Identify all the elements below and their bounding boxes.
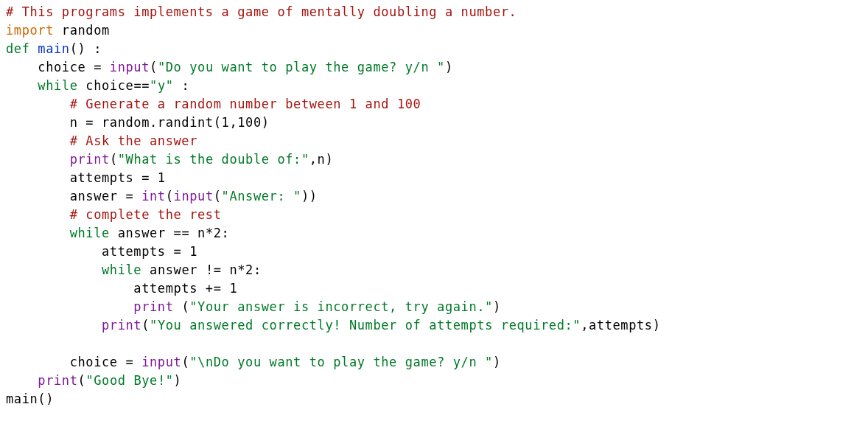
plain-text: attempts += 1 bbox=[6, 281, 237, 296]
keyword-import: import bbox=[6, 23, 54, 38]
string-literal: "\nDo you want to play the game? y/n " bbox=[189, 355, 493, 369]
keyword-while: while bbox=[70, 226, 110, 240]
module-name: random bbox=[54, 23, 110, 38]
plain-text: answer == n*2: bbox=[110, 226, 230, 240]
builtin-input: input bbox=[110, 60, 150, 74]
plain-text: ) bbox=[445, 60, 453, 74]
plain-text: n = random.randint( bbox=[6, 115, 222, 130]
plain-text bbox=[6, 152, 70, 167]
plain-text: ( bbox=[166, 189, 174, 203]
plain-text: ( bbox=[150, 60, 158, 74]
plain-text: ( bbox=[174, 299, 190, 314]
plain-text: attempts = 1 bbox=[6, 170, 166, 185]
plain-text: answer = bbox=[6, 189, 141, 203]
plain-text: attempts = 1 bbox=[6, 244, 197, 259]
comment-line: # This programs implements a game of men… bbox=[6, 4, 517, 19]
builtin-print: print bbox=[133, 299, 173, 314]
comment-line: # Generate a random number between 1 and… bbox=[6, 97, 421, 111]
plain-text: ( bbox=[78, 373, 86, 388]
plain-text: choice== bbox=[78, 78, 150, 93]
plain-text: ( bbox=[181, 355, 189, 369]
plain-text: ( bbox=[214, 189, 222, 203]
plain-text: ( bbox=[141, 318, 150, 333]
plain-text: : bbox=[174, 78, 190, 93]
comment-line: # complete the rest bbox=[6, 207, 222, 222]
plain-text: 1,100 bbox=[222, 115, 262, 130]
builtin-input: input bbox=[141, 355, 181, 369]
function-name: main bbox=[30, 41, 70, 56]
plain-text bbox=[6, 262, 102, 277]
plain-text: )) bbox=[301, 189, 318, 203]
string-literal: "Good Bye!" bbox=[85, 373, 173, 388]
plain-text: choice = bbox=[6, 355, 141, 369]
plain-text: ( bbox=[110, 152, 118, 167]
plain-text bbox=[6, 78, 38, 93]
string-literal: "Do you want to play the game? y/n " bbox=[158, 60, 445, 74]
builtin-print: print bbox=[70, 152, 110, 167]
string-literal: "Your answer is incorrect, try again." bbox=[189, 299, 493, 314]
builtin-input: input bbox=[174, 189, 214, 203]
plain-text: main() bbox=[6, 392, 54, 406]
builtin-print: print bbox=[102, 318, 141, 333]
plain-text: () : bbox=[70, 41, 102, 56]
plain-text bbox=[6, 226, 70, 240]
keyword-while: while bbox=[38, 78, 77, 93]
plain-text: ) bbox=[174, 373, 182, 388]
string-literal: "y" bbox=[150, 78, 174, 93]
plain-text: ,n) bbox=[309, 152, 334, 167]
code-block: # This programs implements a game of men… bbox=[0, 0, 868, 411]
builtin-int: int bbox=[141, 189, 166, 203]
plain-text: ) bbox=[493, 299, 501, 314]
keyword-while: while bbox=[102, 262, 141, 277]
builtin-print: print bbox=[38, 373, 77, 388]
plain-text bbox=[6, 373, 38, 388]
comment-line: # Ask the answer bbox=[6, 133, 197, 148]
plain-text bbox=[6, 318, 102, 333]
plain-text: choice = bbox=[6, 60, 110, 74]
string-literal: "Answer: " bbox=[222, 189, 301, 203]
string-literal: "What is the double of:" bbox=[118, 152, 309, 167]
plain-text: answer != n*2: bbox=[141, 262, 262, 277]
plain-text: ) bbox=[493, 355, 501, 369]
plain-text: ) bbox=[262, 115, 270, 130]
plain-text: ,attempts) bbox=[581, 318, 660, 333]
keyword-def: def bbox=[6, 41, 30, 56]
plain-text bbox=[6, 299, 133, 314]
string-literal: "You answered correctly! Number of attem… bbox=[150, 318, 581, 333]
